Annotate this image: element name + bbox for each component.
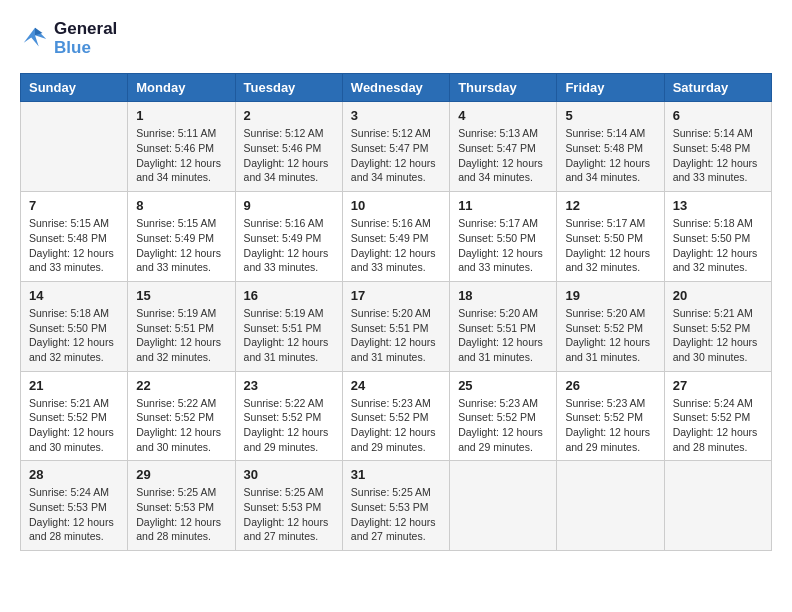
calendar-cell	[450, 461, 557, 551]
calendar-header: SundayMondayTuesdayWednesdayThursdayFrid…	[21, 74, 772, 102]
col-header-thursday: Thursday	[450, 74, 557, 102]
logo-icon	[20, 24, 50, 54]
day-number: 4	[458, 108, 548, 123]
calendar-cell: 5Sunrise: 5:14 AMSunset: 5:48 PMDaylight…	[557, 102, 664, 192]
day-info: Sunrise: 5:25 AMSunset: 5:53 PMDaylight:…	[351, 485, 441, 544]
col-header-friday: Friday	[557, 74, 664, 102]
calendar-cell: 22Sunrise: 5:22 AMSunset: 5:52 PMDayligh…	[128, 371, 235, 461]
day-number: 1	[136, 108, 226, 123]
day-info: Sunrise: 5:15 AMSunset: 5:48 PMDaylight:…	[29, 216, 119, 275]
day-number: 16	[244, 288, 334, 303]
calendar-cell: 17Sunrise: 5:20 AMSunset: 5:51 PMDayligh…	[342, 281, 449, 371]
calendar-cell: 14Sunrise: 5:18 AMSunset: 5:50 PMDayligh…	[21, 281, 128, 371]
day-info: Sunrise: 5:17 AMSunset: 5:50 PMDaylight:…	[565, 216, 655, 275]
calendar-cell: 27Sunrise: 5:24 AMSunset: 5:52 PMDayligh…	[664, 371, 771, 461]
day-number: 18	[458, 288, 548, 303]
day-info: Sunrise: 5:21 AMSunset: 5:52 PMDaylight:…	[29, 396, 119, 455]
day-number: 25	[458, 378, 548, 393]
day-info: Sunrise: 5:24 AMSunset: 5:52 PMDaylight:…	[673, 396, 763, 455]
day-info: Sunrise: 5:13 AMSunset: 5:47 PMDaylight:…	[458, 126, 548, 185]
week-row-5: 28Sunrise: 5:24 AMSunset: 5:53 PMDayligh…	[21, 461, 772, 551]
day-info: Sunrise: 5:22 AMSunset: 5:52 PMDaylight:…	[136, 396, 226, 455]
calendar-cell: 29Sunrise: 5:25 AMSunset: 5:53 PMDayligh…	[128, 461, 235, 551]
day-info: Sunrise: 5:14 AMSunset: 5:48 PMDaylight:…	[673, 126, 763, 185]
day-info: Sunrise: 5:12 AMSunset: 5:47 PMDaylight:…	[351, 126, 441, 185]
calendar-cell: 25Sunrise: 5:23 AMSunset: 5:52 PMDayligh…	[450, 371, 557, 461]
calendar-cell: 7Sunrise: 5:15 AMSunset: 5:48 PMDaylight…	[21, 192, 128, 282]
calendar-cell: 4Sunrise: 5:13 AMSunset: 5:47 PMDaylight…	[450, 102, 557, 192]
col-header-saturday: Saturday	[664, 74, 771, 102]
calendar-cell: 13Sunrise: 5:18 AMSunset: 5:50 PMDayligh…	[664, 192, 771, 282]
day-number: 29	[136, 467, 226, 482]
day-info: Sunrise: 5:21 AMSunset: 5:52 PMDaylight:…	[673, 306, 763, 365]
day-number: 24	[351, 378, 441, 393]
calendar-cell: 16Sunrise: 5:19 AMSunset: 5:51 PMDayligh…	[235, 281, 342, 371]
calendar-cell	[664, 461, 771, 551]
calendar-cell: 18Sunrise: 5:20 AMSunset: 5:51 PMDayligh…	[450, 281, 557, 371]
day-number: 19	[565, 288, 655, 303]
day-info: Sunrise: 5:18 AMSunset: 5:50 PMDaylight:…	[29, 306, 119, 365]
calendar-body: 1Sunrise: 5:11 AMSunset: 5:46 PMDaylight…	[21, 102, 772, 551]
day-info: Sunrise: 5:18 AMSunset: 5:50 PMDaylight:…	[673, 216, 763, 275]
week-row-1: 1Sunrise: 5:11 AMSunset: 5:46 PMDaylight…	[21, 102, 772, 192]
day-number: 12	[565, 198, 655, 213]
day-number: 8	[136, 198, 226, 213]
calendar-cell: 26Sunrise: 5:23 AMSunset: 5:52 PMDayligh…	[557, 371, 664, 461]
day-number: 5	[565, 108, 655, 123]
day-number: 14	[29, 288, 119, 303]
day-info: Sunrise: 5:20 AMSunset: 5:51 PMDaylight:…	[458, 306, 548, 365]
calendar-cell: 9Sunrise: 5:16 AMSunset: 5:49 PMDaylight…	[235, 192, 342, 282]
week-row-2: 7Sunrise: 5:15 AMSunset: 5:48 PMDaylight…	[21, 192, 772, 282]
day-number: 15	[136, 288, 226, 303]
calendar-cell: 12Sunrise: 5:17 AMSunset: 5:50 PMDayligh…	[557, 192, 664, 282]
calendar-cell: 8Sunrise: 5:15 AMSunset: 5:49 PMDaylight…	[128, 192, 235, 282]
week-row-3: 14Sunrise: 5:18 AMSunset: 5:50 PMDayligh…	[21, 281, 772, 371]
day-info: Sunrise: 5:11 AMSunset: 5:46 PMDaylight:…	[136, 126, 226, 185]
day-number: 2	[244, 108, 334, 123]
day-info: Sunrise: 5:16 AMSunset: 5:49 PMDaylight:…	[351, 216, 441, 275]
day-number: 26	[565, 378, 655, 393]
calendar-cell: 19Sunrise: 5:20 AMSunset: 5:52 PMDayligh…	[557, 281, 664, 371]
day-info: Sunrise: 5:24 AMSunset: 5:53 PMDaylight:…	[29, 485, 119, 544]
calendar-cell: 3Sunrise: 5:12 AMSunset: 5:47 PMDaylight…	[342, 102, 449, 192]
calendar-cell: 24Sunrise: 5:23 AMSunset: 5:52 PMDayligh…	[342, 371, 449, 461]
calendar-cell: 15Sunrise: 5:19 AMSunset: 5:51 PMDayligh…	[128, 281, 235, 371]
calendar-cell: 2Sunrise: 5:12 AMSunset: 5:46 PMDaylight…	[235, 102, 342, 192]
day-number: 21	[29, 378, 119, 393]
day-info: Sunrise: 5:23 AMSunset: 5:52 PMDaylight:…	[458, 396, 548, 455]
day-info: Sunrise: 5:22 AMSunset: 5:52 PMDaylight:…	[244, 396, 334, 455]
day-info: Sunrise: 5:20 AMSunset: 5:52 PMDaylight:…	[565, 306, 655, 365]
day-number: 22	[136, 378, 226, 393]
day-info: Sunrise: 5:25 AMSunset: 5:53 PMDaylight:…	[244, 485, 334, 544]
calendar-cell: 31Sunrise: 5:25 AMSunset: 5:53 PMDayligh…	[342, 461, 449, 551]
col-header-sunday: Sunday	[21, 74, 128, 102]
calendar-cell: 28Sunrise: 5:24 AMSunset: 5:53 PMDayligh…	[21, 461, 128, 551]
calendar-cell: 21Sunrise: 5:21 AMSunset: 5:52 PMDayligh…	[21, 371, 128, 461]
calendar-cell: 10Sunrise: 5:16 AMSunset: 5:49 PMDayligh…	[342, 192, 449, 282]
day-info: Sunrise: 5:12 AMSunset: 5:46 PMDaylight:…	[244, 126, 334, 185]
day-number: 20	[673, 288, 763, 303]
day-number: 7	[29, 198, 119, 213]
calendar-table: SundayMondayTuesdayWednesdayThursdayFrid…	[20, 73, 772, 551]
day-info: Sunrise: 5:15 AMSunset: 5:49 PMDaylight:…	[136, 216, 226, 275]
col-header-tuesday: Tuesday	[235, 74, 342, 102]
day-info: Sunrise: 5:20 AMSunset: 5:51 PMDaylight:…	[351, 306, 441, 365]
logo: General Blue	[20, 20, 117, 57]
day-number: 31	[351, 467, 441, 482]
calendar-cell: 20Sunrise: 5:21 AMSunset: 5:52 PMDayligh…	[664, 281, 771, 371]
day-number: 11	[458, 198, 548, 213]
day-number: 10	[351, 198, 441, 213]
logo-text: General Blue	[54, 20, 117, 57]
col-header-monday: Monday	[128, 74, 235, 102]
day-number: 28	[29, 467, 119, 482]
calendar-cell: 1Sunrise: 5:11 AMSunset: 5:46 PMDaylight…	[128, 102, 235, 192]
calendar-cell	[21, 102, 128, 192]
day-number: 30	[244, 467, 334, 482]
day-number: 6	[673, 108, 763, 123]
week-row-4: 21Sunrise: 5:21 AMSunset: 5:52 PMDayligh…	[21, 371, 772, 461]
calendar-header-row: SundayMondayTuesdayWednesdayThursdayFrid…	[21, 74, 772, 102]
day-info: Sunrise: 5:17 AMSunset: 5:50 PMDaylight:…	[458, 216, 548, 275]
calendar-cell	[557, 461, 664, 551]
day-info: Sunrise: 5:25 AMSunset: 5:53 PMDaylight:…	[136, 485, 226, 544]
header: General Blue	[20, 20, 772, 57]
